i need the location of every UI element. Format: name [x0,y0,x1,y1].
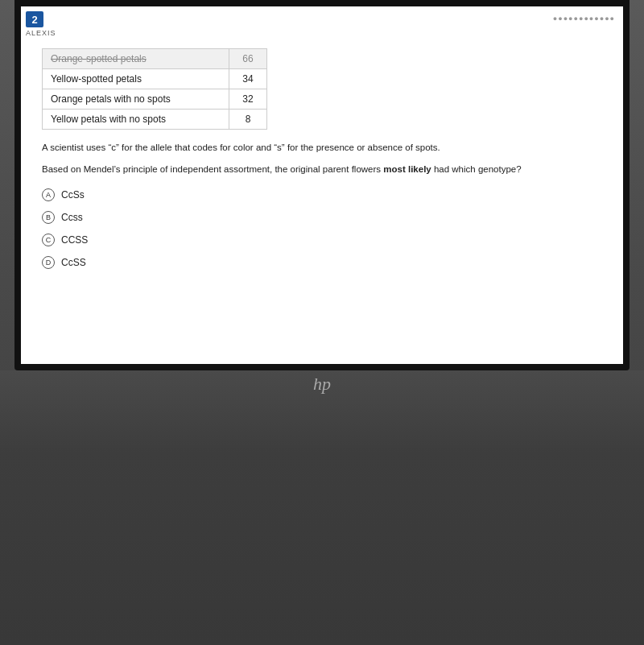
choice-circle-d: D [42,256,55,269]
table-cell-label: Yellow-spotted petals [43,69,229,89]
answer-choice-a[interactable]: ACcSs [42,188,610,201]
data-table: Orange-spotted petals66Yellow-spotted pe… [42,48,267,130]
choice-circle-c: C [42,234,55,246]
table-cell-value: 66 [229,49,267,69]
table-cell-label: Orange petals with no spots [43,89,229,110]
answer-choice-b[interactable]: BCcss [42,211,610,224]
choice-text-d: CcSS [61,257,86,268]
choice-text-c: CCSS [61,234,88,246]
choice-text-a: CcSs [61,189,85,201]
screen-bezel: 2 ALEXIS ●●●●●●●●●●●● Orange-spotted pet… [14,0,630,370]
table-cell-value: 32 [229,89,267,110]
keyboard-area: esc f1 f2 f3 f4 f5 f6 f7 f8 f9 f10 f11 f… [0,370,644,645]
table-cell-value: 8 [229,110,267,130]
choice-circle-a: A [42,188,55,201]
page-content: 2 ALEXIS ●●●●●●●●●●●● Orange-spotted pet… [21,6,623,364]
question-number-badge: 2 [26,11,43,27]
table-cell-value: 34 [229,69,267,89]
laptop-shell: 2 ALEXIS ●●●●●●●●●●●● Orange-spotted pet… [0,0,644,645]
answer-choices: ACcSsBCcssCCCSSDCcSS [42,188,610,269]
answer-choice-c[interactable]: CCCSS [42,234,610,246]
question-text-part2: had which genotype? [434,164,522,174]
screen-content: 2 ALEXIS ●●●●●●●●●●●● Orange-spotted pet… [21,6,623,364]
table-cell-label: Yellow petals with no spots [43,110,229,130]
scientist-text: A scientist uses “c” for the allele that… [42,141,610,155]
answer-choice-d[interactable]: DCcSS [42,256,610,269]
screen-area: 2 ALEXIS ●●●●●●●●●●●● Orange-spotted pet… [14,0,630,370]
table-cell-label: Orange-spotted petals [43,49,229,69]
user-label: ALEXIS [26,29,56,37]
choice-text-b: Ccss [61,212,83,223]
question-bold: most likely [383,164,431,174]
question-text: Based on Mendel’s principle of independe… [42,163,610,176]
hp-logo: hp [313,374,331,395]
choice-circle-b: B [42,211,55,224]
question-text-part1: Based on Mendel’s principle of independe… [42,164,381,174]
top-dots: ●●●●●●●●●●●● [553,14,615,23]
